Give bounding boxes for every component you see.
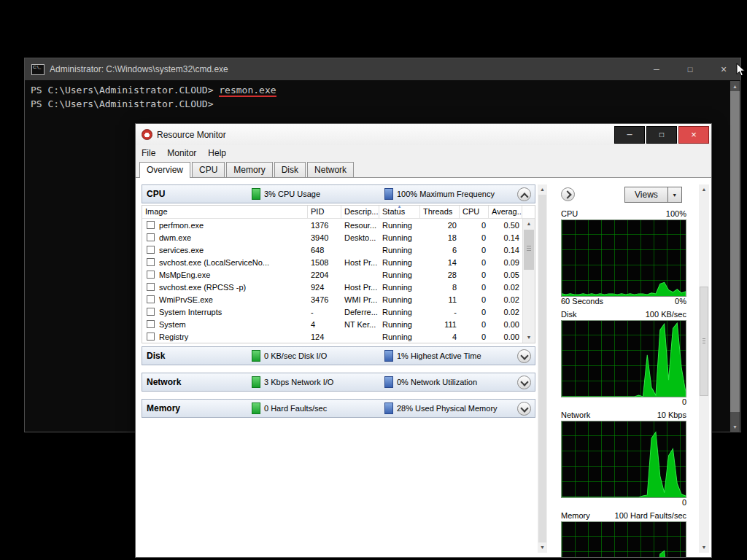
tab-overview[interactable]: Overview bbox=[139, 162, 190, 178]
row-checkbox[interactable] bbox=[147, 308, 155, 316]
row-checkbox[interactable] bbox=[147, 283, 155, 291]
rm-maximize-button[interactable]: □ bbox=[646, 126, 677, 144]
menu-item-monitor[interactable]: Monitor bbox=[161, 147, 202, 160]
rm-window-title: Resource Monitor bbox=[157, 130, 614, 140]
table-row[interactable]: System4NT Ker...Running11100.00 bbox=[142, 318, 522, 330]
menu-item-help[interactable]: Help bbox=[202, 147, 232, 160]
scroll-down-icon[interactable]: ▼ bbox=[730, 421, 740, 432]
scrollbar-thumb[interactable] bbox=[538, 195, 546, 542]
column-header-image[interactable]: Image bbox=[142, 206, 308, 218]
terminal-line: PS C:\Users\Administrator.CLOUD> bbox=[31, 97, 735, 111]
scroll-down-icon[interactable]: ▼ bbox=[538, 542, 547, 553]
scroll-down-icon[interactable]: ▼ bbox=[523, 332, 535, 343]
row-checkbox[interactable] bbox=[147, 271, 155, 279]
row-checkbox[interactable] bbox=[147, 295, 155, 303]
memory-chart-block: Memory100 Hard Faults/sec bbox=[561, 511, 686, 557]
collapse-chart-pane-button[interactable] bbox=[561, 187, 575, 201]
row-checkbox[interactable] bbox=[147, 258, 155, 266]
column-header-pid[interactable]: PID bbox=[308, 206, 341, 218]
table-cell: Host Pr... bbox=[341, 258, 379, 267]
scrollbar-thumb[interactable] bbox=[524, 230, 534, 270]
table-row[interactable]: dwm.exe3940Deskto...Running1800.14 bbox=[142, 231, 522, 244]
table-cell: 0.05 bbox=[489, 271, 522, 279]
rm-titlebar[interactable]: Resource Monitor ─ □ × bbox=[136, 124, 711, 145]
table-cell: 0 bbox=[460, 295, 489, 304]
tab-memory[interactable]: Memory bbox=[226, 162, 272, 177]
views-button-label[interactable]: Views bbox=[624, 187, 668, 203]
table-cell: - bbox=[308, 308, 341, 316]
scroll-down-icon[interactable]: ▼ bbox=[699, 542, 709, 553]
table-cell: 11 bbox=[420, 295, 460, 304]
table-row[interactable]: WmiPrvSE.exe3476WMI Pr...Running1100.02 bbox=[142, 293, 522, 306]
tab-cpu[interactable]: CPU bbox=[192, 162, 225, 177]
table-cell: Deferre... bbox=[341, 308, 379, 316]
blue-meter-icon bbox=[384, 188, 393, 200]
hard-faults-label: 0 Hard Faults/sec bbox=[264, 404, 327, 413]
expand-disk-button[interactable] bbox=[517, 349, 531, 363]
cmd-titlebar[interactable]: Administrator: C:\Windows\system32\cmd.e… bbox=[25, 58, 740, 80]
menu-item-file[interactable]: File bbox=[136, 147, 161, 160]
table-cell: svchost.exe (LocalServiceNo... bbox=[142, 258, 308, 267]
chart-pane-scrollbar[interactable]: ▲ ▼ bbox=[699, 184, 709, 553]
scroll-up-icon[interactable]: ▲ bbox=[538, 184, 547, 195]
green-meter-icon bbox=[252, 402, 260, 414]
used-memory-label: 28% Used Physical Memory bbox=[397, 404, 498, 413]
terminal-line: PS C:\Users\Administrator.CLOUD> resmon.… bbox=[31, 83, 735, 97]
row-checkbox[interactable] bbox=[147, 332, 155, 341]
table-row[interactable]: System Interrupts-Deferre...Running-00.0… bbox=[142, 306, 522, 318]
table-cell: 0.00 bbox=[489, 332, 522, 341]
rm-close-button[interactable]: × bbox=[678, 126, 709, 144]
section-header-disk[interactable]: Disk 0 KB/sec Disk I/O 1% Highest Active… bbox=[142, 346, 535, 365]
expand-memory-button[interactable] bbox=[517, 402, 531, 416]
cmd-maximize-button[interactable]: □ bbox=[673, 58, 707, 80]
table-cell: Running bbox=[379, 246, 420, 254]
table-row[interactable]: MsMpEng.exe2204Running2800.05 bbox=[142, 268, 522, 281]
row-checkbox[interactable] bbox=[147, 221, 155, 229]
table-cell: 0 bbox=[460, 258, 489, 267]
table-row[interactable]: svchost.exe (LocalServiceNo...1508Host P… bbox=[142, 256, 522, 268]
scroll-up-icon[interactable]: ▲ bbox=[523, 219, 535, 229]
table-row[interactable]: services.exe648Running600.14 bbox=[142, 244, 522, 256]
row-checkbox[interactable] bbox=[147, 320, 155, 328]
table-cell: WmiPrvSE.exe bbox=[142, 295, 308, 304]
table-cell: 3476 bbox=[308, 295, 341, 304]
table-cell: 0 bbox=[460, 233, 489, 242]
cmd-window-title: Administrator: C:\Windows\system32\cmd.e… bbox=[50, 64, 640, 74]
column-header-threads[interactable]: Threads bbox=[420, 206, 460, 218]
cmd-scrollbar[interactable]: ▲ ▼ bbox=[730, 81, 740, 432]
table-cell: Running bbox=[379, 233, 420, 242]
green-meter-icon bbox=[252, 350, 260, 362]
scroll-up-icon[interactable]: ▲ bbox=[730, 81, 740, 91]
table-cell: 0.09 bbox=[489, 258, 522, 267]
table-cell: perfmon.exe bbox=[142, 221, 308, 230]
row-checkbox[interactable] bbox=[147, 246, 155, 254]
blue-meter-icon bbox=[384, 350, 393, 362]
table-row[interactable]: Registry124Running400.00 bbox=[142, 330, 522, 343]
cmd-minimize-button[interactable]: ─ bbox=[640, 58, 673, 80]
table-row[interactable]: perfmon.exe1376Resour...Running2000.50 bbox=[142, 219, 522, 231]
cpu-chart-time-label: 60 Seconds bbox=[561, 297, 603, 307]
rm-minimize-button[interactable]: ─ bbox=[614, 126, 645, 144]
left-pane-scrollbar[interactable]: ▲ ▼ bbox=[538, 184, 547, 553]
table-cell: 2204 bbox=[308, 271, 341, 279]
column-header-average[interactable]: Averag... bbox=[489, 206, 522, 218]
column-header-cpu[interactable]: CPU bbox=[460, 206, 489, 218]
views-button[interactable]: Views ▼ bbox=[624, 187, 682, 203]
section-header-network[interactable]: Network 3 Kbps Network I/O 0% Network Ut… bbox=[142, 373, 535, 392]
scrollbar-thumb[interactable] bbox=[730, 91, 740, 412]
table-row[interactable]: svchost.exe (RPCSS -p)924Host Pr...Runni… bbox=[142, 281, 522, 293]
scrollbar-thumb[interactable] bbox=[700, 287, 708, 396]
column-header-status[interactable]: Status▲ bbox=[379, 206, 420, 218]
expand-network-button[interactable] bbox=[517, 376, 531, 389]
tab-network[interactable]: Network bbox=[307, 162, 354, 177]
collapse-cpu-button[interactable] bbox=[517, 187, 531, 201]
row-checkbox[interactable] bbox=[147, 233, 155, 241]
table-scrollbar[interactable]: ▲ ▼ bbox=[522, 219, 535, 343]
scroll-up-icon[interactable]: ▲ bbox=[699, 184, 709, 195]
views-dropdown-icon[interactable]: ▼ bbox=[668, 187, 682, 203]
section-header-cpu[interactable]: CPU 3% CPU Usage 100% Maximum Frequency bbox=[142, 184, 535, 203]
column-header-description[interactable]: Descrip... bbox=[341, 206, 379, 218]
section-header-memory[interactable]: Memory 0 Hard Faults/sec 28% Used Physic… bbox=[142, 399, 535, 418]
table-cell: 1376 bbox=[308, 221, 341, 230]
tab-disk[interactable]: Disk bbox=[274, 162, 306, 177]
